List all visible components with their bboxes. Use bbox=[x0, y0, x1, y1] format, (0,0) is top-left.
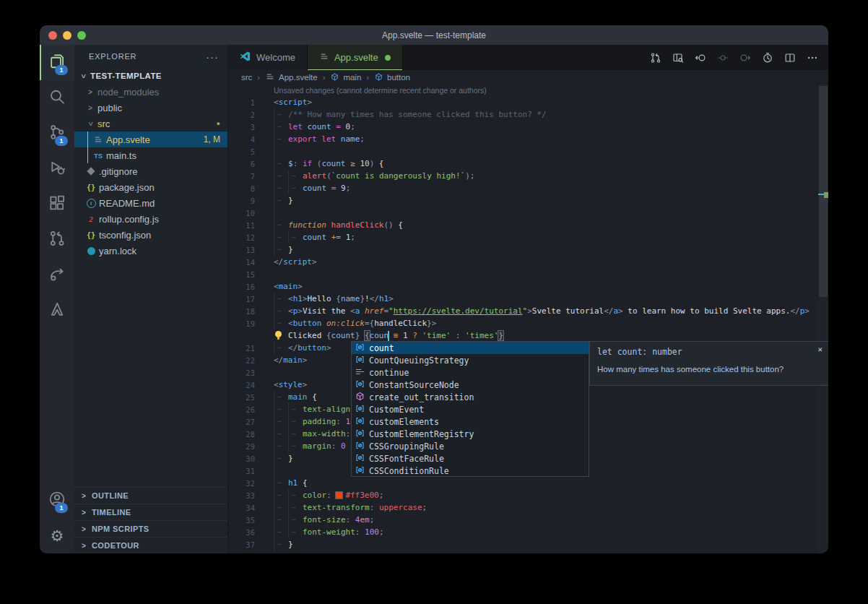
tab-bar: WelcomeApp.svelte bbox=[228, 45, 828, 70]
activity-item-azure[interactable] bbox=[40, 293, 74, 328]
token: = bbox=[336, 122, 345, 131]
token: ; bbox=[370, 515, 375, 525]
code-line-32[interactable]: 32→h1 { bbox=[228, 477, 818, 489]
activity-item-run-debug[interactable] bbox=[40, 151, 74, 186]
lightbulb-icon[interactable] bbox=[274, 329, 288, 342]
token: ( bbox=[317, 159, 322, 168]
section-npm-scripts[interactable]: >NPM SCRIPTS bbox=[74, 520, 227, 537]
file-node_modules[interactable]: >node_modules bbox=[74, 84, 227, 100]
file-main.ts[interactable]: TSmain.ts bbox=[74, 147, 227, 163]
tab-app-svelte[interactable]: App.svelte bbox=[308, 45, 403, 70]
run-timer-icon[interactable] bbox=[762, 52, 773, 64]
code-line-5[interactable]: 5 bbox=[228, 145, 818, 158]
symbol-variable-icon bbox=[355, 354, 365, 367]
indent-guide: → bbox=[288, 182, 303, 194]
code-line-36[interactable]: 36→→font-weight: 100; bbox=[228, 526, 818, 538]
suggestion-CountQueuingStrategy[interactable]: CountQueuingStrategy bbox=[352, 354, 589, 366]
suggest-widget: countCountQueuingStrategycontinueConstan… bbox=[351, 341, 589, 477]
file-src[interactable]: >src● bbox=[74, 116, 227, 131]
token: { bbox=[326, 331, 331, 340]
open-preview-icon[interactable] bbox=[672, 52, 684, 64]
code-line-14[interactable]: 14</script> bbox=[228, 256, 818, 268]
code-line-11[interactable]: 11→function handleClick() { bbox=[228, 219, 818, 231]
token: 10 bbox=[360, 159, 369, 168]
project-root[interactable]: >TEST-TEMPLATE bbox=[74, 68, 227, 84]
file-tsconfig.json[interactable]: {}tsconfig.json bbox=[74, 227, 227, 243]
code-line-17[interactable]: 17→<h1>Hello {name}!</h1> bbox=[228, 293, 818, 305]
close-icon[interactable]: ✕ bbox=[817, 345, 823, 354]
line-number: 9 bbox=[228, 197, 255, 205]
indent-guide: → bbox=[288, 403, 303, 415]
git-compare-icon[interactable] bbox=[650, 52, 661, 64]
more-actions-icon[interactable]: ··· bbox=[206, 51, 219, 63]
suggestion-CustomEvent[interactable]: CustomEvent bbox=[352, 403, 589, 415]
suggestion-ConstantSourceNode[interactable]: ConstantSourceNode bbox=[352, 379, 589, 391]
close-window-button[interactable] bbox=[48, 31, 57, 40]
activity-item-explorer[interactable]: 1 bbox=[40, 45, 74, 80]
more-actions-icon[interactable] bbox=[807, 52, 818, 64]
navigate-location-icon[interactable] bbox=[717, 52, 729, 64]
activity-item-search[interactable] bbox=[40, 80, 74, 116]
section-outline[interactable]: >OUTLINE bbox=[74, 487, 227, 504]
suggestion-CustomElementRegistry[interactable]: CustomElementRegistry bbox=[352, 428, 589, 440]
activity-item-source-control[interactable]: 1 bbox=[40, 116, 74, 151]
token: > bbox=[389, 294, 394, 303]
file-README.md[interactable]: iREADME.md bbox=[74, 195, 227, 211]
code-line-9[interactable]: 9→} bbox=[228, 194, 818, 207]
code-line-3[interactable]: 3→let count = 0; bbox=[228, 121, 818, 133]
file-rollup.config.js[interactable]: 2rollup.config.js bbox=[74, 211, 227, 227]
activity-item-account[interactable]: 1 bbox=[40, 483, 74, 518]
minimize-window-button[interactable] bbox=[63, 31, 71, 40]
tab-welcome[interactable]: Welcome bbox=[228, 45, 308, 70]
breadcrumb-main[interactable]: main bbox=[330, 72, 361, 83]
suggestion-CSSGroupingRule[interactable]: CSSGroupingRule bbox=[352, 440, 589, 452]
code-line-37[interactable]: 37→} bbox=[228, 538, 818, 551]
file-package.json[interactable]: {}package.json bbox=[74, 179, 227, 195]
code-line-10[interactable]: 10 bbox=[228, 207, 818, 219]
suggestion-continue[interactable]: continue bbox=[352, 366, 589, 379]
code-line-35[interactable]: 35→→font-size: 4em; bbox=[228, 514, 818, 526]
code-line-15[interactable]: 15 bbox=[228, 268, 818, 280]
code-line-4[interactable]: 4→export let name; bbox=[228, 133, 818, 145]
suggestion-CSSConditionRule[interactable]: CSSConditionRule bbox=[352, 465, 589, 477]
indent-guide: → bbox=[274, 219, 288, 231]
activity-item-extensions[interactable] bbox=[40, 186, 74, 222]
code-line-8[interactable]: 8→→count = 9; bbox=[228, 182, 818, 194]
section-codetour[interactable]: >CODETOUR bbox=[74, 537, 227, 553]
activity-item-settings[interactable]: ⚙ bbox=[40, 518, 74, 553]
suggestion-customElements[interactable]: customElements bbox=[352, 415, 589, 428]
code-line-20[interactable]: Clicked {count} {coun ≡ 1 ? 'time' : 'ti… bbox=[228, 329, 818, 342]
code-line-2[interactable]: 2→/** How many times has someone clicked… bbox=[228, 108, 818, 121]
code-line-19[interactable]: 19→<button on:click={handleClick}> bbox=[228, 317, 818, 329]
breadcrumb-app-svelte[interactable]: App.svelte bbox=[265, 72, 318, 83]
breadcrumb-button[interactable]: button bbox=[374, 72, 410, 83]
code-line-34[interactable]: 34→→text-transform: uppercase; bbox=[228, 501, 818, 514]
token: = bbox=[365, 319, 370, 328]
token: Clicked bbox=[288, 331, 326, 340]
navigate-forward-icon[interactable] bbox=[739, 52, 751, 64]
activity-item-github-pr[interactable] bbox=[40, 222, 74, 257]
file-public[interactable]: >public bbox=[74, 100, 227, 116]
code-line-13[interactable]: 13→} bbox=[228, 243, 818, 256]
code-line-18[interactable]: 18→<p>Visit the <a href="https://svelte.… bbox=[228, 305, 818, 317]
split-editor-icon[interactable] bbox=[784, 52, 796, 64]
section-timeline[interactable]: >TIMELINE bbox=[74, 504, 227, 520]
file-App.svelte[interactable]: App.svelte1, M bbox=[74, 131, 227, 147]
code-line-7[interactable]: 7→→alert(`count is dangerously high!`); bbox=[228, 170, 818, 182]
activity-item-live-share[interactable] bbox=[40, 257, 74, 293]
code-line-16[interactable]: 16<main> bbox=[228, 280, 818, 293]
code-line-12[interactable]: 12→→count += 1; bbox=[228, 231, 818, 243]
code-line-1[interactable]: 1<script> bbox=[228, 96, 818, 108]
suggestion-count[interactable]: count bbox=[352, 342, 589, 354]
code-line-6[interactable]: 6→$: if (count ≥ 10) { bbox=[228, 158, 818, 170]
suggestion-create_out_transition[interactable]: create_out_transition bbox=[352, 391, 589, 403]
file-yarn.lock[interactable]: yarn.lock bbox=[74, 243, 227, 259]
scrollbar-thumb[interactable] bbox=[819, 86, 828, 297]
code-editor[interactable]: Unsaved changes (cannot determine recent… bbox=[228, 85, 828, 553]
code-line-33[interactable]: 33→→color: #ff3e00; bbox=[228, 489, 818, 501]
navigate-back-icon[interactable] bbox=[695, 52, 706, 64]
maximize-window-button[interactable] bbox=[77, 31, 86, 40]
breadcrumb-src[interactable]: src bbox=[241, 73, 252, 82]
file-.gitignore[interactable]: .gitignore bbox=[74, 163, 227, 179]
suggestion-CSSFontFaceRule[interactable]: CSSFontFaceRule bbox=[352, 452, 589, 465]
